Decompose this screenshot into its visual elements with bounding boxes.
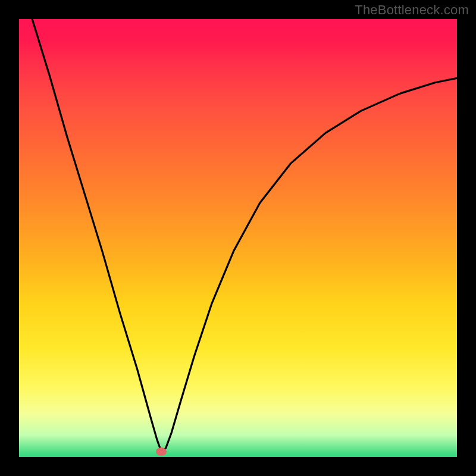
curve-path: [32, 19, 457, 451]
watermark-text: TheBottleneck.com: [355, 2, 469, 18]
curve-svg: [19, 19, 457, 457]
plot-area: [19, 19, 457, 457]
chart-frame: TheBottleneck.com: [0, 0, 476, 476]
marker-dot: [156, 447, 167, 456]
